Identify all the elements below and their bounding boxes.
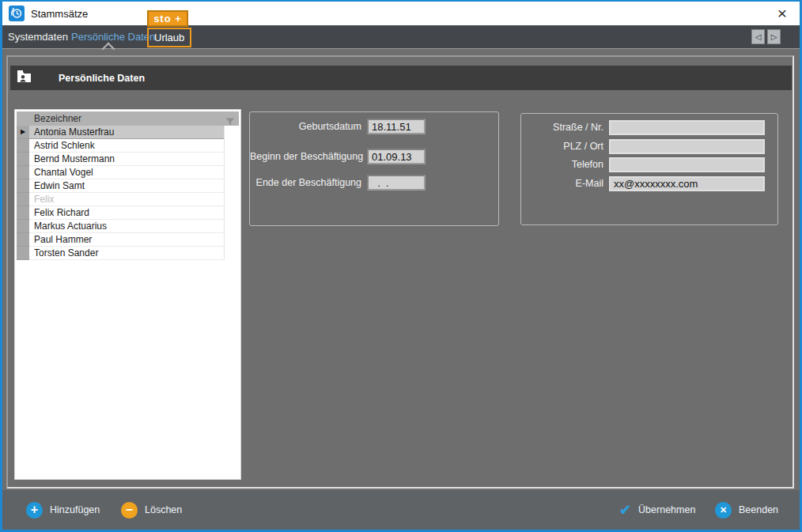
apply-button[interactable]: ✔ Übernehmen: [619, 490, 695, 530]
row-gutter: [17, 153, 29, 166]
employee-name: Antonia Musterfrau: [29, 126, 225, 139]
form-row: Straße / Nr.: [521, 119, 773, 135]
delete-button-label: Löschen: [145, 504, 182, 515]
zip-city-field[interactable]: [609, 139, 765, 154]
footer-action-bar: + Hinzufügen − Löschen ✔ Übernehmen ✕ Be…: [2, 490, 800, 530]
minus-circle-icon: −: [121, 502, 138, 519]
table-row[interactable]: Felix: [17, 193, 225, 206]
grid-rows: ▶ Antonia Musterfrau Astrid Schlenk Bern…: [17, 126, 225, 260]
form-row: E-Mail: [521, 175, 773, 191]
table-row[interactable]: ▶ Antonia Musterfrau: [17, 126, 225, 139]
tab-urlaub[interactable]: Urlaub: [147, 28, 191, 47]
row-gutter: [17, 206, 29, 220]
employee-name: Edwin Samt: [29, 179, 225, 193]
row-selector-arrow-icon: ▶: [17, 126, 29, 139]
employment-start-label: Beginn der Beschäftigung: [250, 151, 361, 162]
employee-name: Torsten Sander: [29, 247, 225, 260]
email-label: E-Mail: [521, 178, 603, 189]
x-circle-icon: ✕: [715, 502, 732, 519]
table-row[interactable]: Paul Hammer: [17, 233, 225, 247]
quit-button-label: Beenden: [739, 504, 778, 515]
tab-scroll-right-icon[interactable]: ▷: [767, 29, 781, 44]
active-tab-notch: [102, 43, 115, 56]
apply-button-label: Übernehmen: [638, 504, 695, 515]
close-window-icon[interactable]: ×: [773, 3, 792, 24]
employee-name: Felix Richard: [29, 206, 225, 220]
street-label: Straße / Nr.: [521, 122, 603, 133]
row-gutter: [17, 247, 29, 260]
grid-column-header-label: Bezeichner: [34, 113, 81, 124]
employee-name: Astrid Schlenk: [29, 139, 225, 153]
phone-label: Telefon: [521, 159, 603, 170]
filter-funnel-icon[interactable]: [225, 115, 235, 129]
employee-name: Chantal Vogel: [29, 166, 225, 179]
app-window: Stammsätze × sto + Systemdaten Persönlic…: [0, 0, 802, 532]
tab-scroll-buttons: ◁ ▷: [751, 29, 781, 44]
address-groupbox: Straße / Nr. PLZ / Ort Telefon E-Mail: [520, 113, 778, 225]
table-row[interactable]: Edwin Samt: [17, 179, 225, 193]
check-icon: ✔: [619, 501, 631, 519]
table-row[interactable]: Torsten Sander: [17, 247, 225, 260]
tab-strip: Systemdaten Persönliche Daten Urlaub ◁ ▷: [2, 25, 800, 49]
title-bar: Stammsätze ×: [2, 2, 800, 25]
table-row[interactable]: Bernd Mustermann: [17, 153, 225, 166]
row-gutter: [17, 139, 29, 153]
table-row[interactable]: Astrid Schlenk: [17, 139, 225, 153]
table-row[interactable]: Chantal Vogel: [17, 166, 225, 179]
app-clock-icon: [9, 6, 25, 21]
row-gutter: [17, 179, 29, 193]
form-row: Telefon: [521, 157, 773, 172]
section-title: Persönliche Daten: [59, 73, 145, 84]
row-gutter: [17, 233, 29, 247]
form-row: PLZ / Ort: [521, 138, 773, 154]
employee-name: Paul Hammer: [29, 233, 225, 247]
plus-circle-icon: +: [26, 502, 43, 519]
grid-column-header[interactable]: Bezeichner: [17, 111, 239, 126]
form-row: Ende der Beschäftigung: [250, 175, 494, 191]
person-folder-icon: [17, 70, 32, 86]
form-row: Beginn der Beschäftigung: [250, 149, 494, 164]
row-gutter: [17, 220, 29, 233]
window-border-left: [0, 0, 2, 532]
quit-button[interactable]: ✕ Beenden: [715, 490, 778, 530]
tab-scroll-left-icon[interactable]: ◁: [751, 29, 765, 44]
employee-name: Felix: [29, 193, 225, 206]
tab-systemdaten[interactable]: Systemdaten: [8, 31, 68, 43]
employee-name: Markus Actuarius: [29, 220, 225, 233]
row-gutter: [17, 193, 29, 206]
phone-field[interactable]: [609, 157, 765, 172]
add-button[interactable]: + Hinzufügen: [26, 490, 100, 530]
street-field[interactable]: [609, 120, 765, 135]
sto-plus-logo: sto +: [147, 10, 188, 27]
window-border-top: [0, 0, 802, 2]
employment-end-field[interactable]: [367, 175, 426, 191]
table-row[interactable]: Felix Richard: [17, 206, 225, 220]
zip-city-label: PLZ / Ort: [521, 141, 603, 152]
delete-button[interactable]: − Löschen: [121, 490, 182, 530]
form-row: Geburtsdatum: [250, 119, 494, 134]
birthdate-field[interactable]: [367, 119, 426, 134]
tab-persoenliche-daten[interactable]: Persönliche Daten: [71, 31, 155, 43]
employee-name: Bernd Mustermann: [29, 153, 225, 166]
employment-start-field[interactable]: [367, 149, 426, 164]
window-title: Stammsätze: [31, 8, 88, 20]
employee-grid: Bezeichner ▶ Antonia Musterfrau Astrid S…: [14, 109, 241, 480]
add-button-label: Hinzufügen: [50, 504, 100, 515]
employment-dates-groupbox: Geburtsdatum Beginn der Beschäftigung En…: [249, 111, 499, 226]
email-field[interactable]: [609, 176, 765, 191]
table-row[interactable]: Markus Actuarius: [17, 220, 225, 233]
employment-end-label: Ende der Beschäftigung: [250, 177, 361, 188]
section-header: Persönliche Daten: [10, 66, 792, 90]
birthdate-label: Geburtsdatum: [250, 121, 361, 132]
row-gutter: [17, 166, 29, 179]
